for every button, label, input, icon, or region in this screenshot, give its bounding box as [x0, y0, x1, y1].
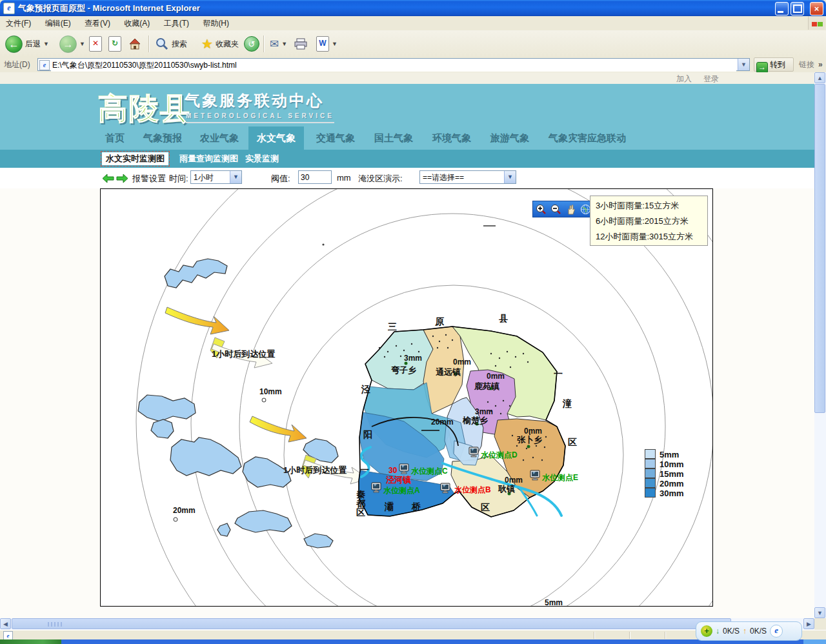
controls-row: 报警设置 时间: 1小时 ▼ 阀值: mm 淹没区演示: ==请选择== ▼	[0, 168, 814, 188]
upload-speed: 0K/S	[750, 627, 767, 636]
nav-tourism[interactable]: 旅游气象	[490, 126, 529, 150]
threshold-input[interactable]	[298, 170, 332, 184]
sub-nav: 水文实时监测图 雨量查询监测图 实景监测	[0, 150, 814, 168]
region-wanzi[interactable]	[365, 330, 433, 390]
nav-home[interactable]: 首页	[105, 126, 125, 150]
menu-favorites[interactable]: 收藏(A)	[118, 16, 156, 30]
address-input[interactable]	[51, 59, 736, 72]
hydrology-map[interactable]: 1小时后到达位置 1小时后到达位置	[101, 189, 712, 606]
minimize-button[interactable]	[775, 2, 789, 15]
outside-label: 阳	[363, 429, 372, 439]
nav-agriculture[interactable]: 农业气象	[200, 126, 239, 150]
toolbar-separator	[263, 35, 265, 52]
stop-button[interactable]: ✕	[89, 34, 102, 54]
ring-marker	[262, 398, 266, 402]
close-button[interactable]: ×	[810, 2, 823, 15]
legend-label: 5mm	[660, 450, 679, 459]
nav-weather-forecast[interactable]: 气象预报	[143, 126, 182, 150]
join-link[interactable]: 加入	[676, 74, 692, 85]
scroll-left-icon[interactable]: ◀	[0, 618, 11, 629]
horizontal-scroll-thumb[interactable]	[12, 618, 731, 629]
outside-label: 一	[554, 368, 563, 379]
subnav-live-monitor[interactable]: 实景监测	[245, 152, 279, 165]
refresh-button[interactable]: ↻	[108, 34, 121, 54]
search-button[interactable]: 搜索	[155, 34, 187, 54]
station-b-label: 水位测点B	[454, 485, 491, 494]
subnav-rain-query-map[interactable]: 雨量查询监测图	[179, 152, 238, 165]
toolbar-separator	[148, 35, 150, 52]
mail-dropdown-icon[interactable]: ▼	[281, 41, 287, 47]
rainfall-6h: 6小时面雨量:2015立方米	[596, 214, 702, 229]
zoom-out-icon[interactable]	[550, 204, 561, 215]
system-tray-edge	[803, 639, 826, 644]
scroll-right-icon[interactable]: ▶	[803, 618, 814, 629]
ring-label-5mm: 5mm	[545, 598, 563, 606]
flood-demo-select[interactable]: ==请选择== ▼	[419, 170, 516, 184]
next-arrow-button[interactable]	[116, 174, 128, 183]
map-panel[interactable]: 1小时后到达位置 1小时后到达位置	[100, 188, 713, 607]
address-dropdown-icon[interactable]: ▼	[738, 59, 749, 70]
label-zhangbu: 张卜乡	[517, 435, 542, 445]
links-chevron-icon[interactable]: »	[818, 57, 823, 72]
scroll-up-icon[interactable]: ▲	[814, 72, 825, 83]
horizontal-scrollbar[interactable]: ◀ ▶	[0, 618, 814, 630]
scroll-down-icon[interactable]: ▼	[814, 607, 825, 618]
forward-dropdown-icon[interactable]: ▼	[79, 41, 85, 47]
forward-icon: →	[59, 35, 77, 53]
print-icon	[294, 38, 308, 50]
subnav-realtime-map[interactable]: 水文实时监测图	[102, 152, 168, 165]
page-ie-icon: e	[39, 60, 50, 70]
nav-environment[interactable]: 环境气象	[432, 126, 471, 150]
flood-select-arrow-icon[interactable]: ▼	[504, 171, 516, 183]
main-nav: 首页 气象预报 农业气象 水文气象 交通气象 国土气象 环境气象 旅游气象 气象…	[0, 126, 814, 150]
maximize-button[interactable]	[791, 2, 804, 15]
user-bar: 加入 登录	[0, 72, 814, 84]
time-select[interactable]: 1小时 ▼	[190, 170, 242, 184]
upload-arrow-icon: ↑	[743, 627, 747, 636]
menu-edit[interactable]: 编辑(E)	[39, 16, 77, 30]
outside-label: 潼	[562, 398, 572, 408]
legend-label: 10mm	[660, 460, 684, 468]
nav-land[interactable]: 国土气象	[374, 126, 413, 150]
back-button[interactable]: ← 后退 ▼	[5, 34, 49, 54]
go-button[interactable]: →转到	[754, 57, 794, 72]
history-button[interactable]: ↺	[244, 34, 259, 54]
edit-dropdown-icon[interactable]: ▼	[332, 41, 337, 47]
edit-button[interactable]: W ▼	[316, 34, 337, 54]
rain-jinghe-alert: 30	[388, 466, 398, 475]
label-yuchu: 榆楚乡	[462, 416, 488, 425]
nav-traffic[interactable]: 交通气象	[316, 126, 355, 150]
pan-hand-icon[interactable]	[565, 204, 576, 215]
favorites-button[interactable]: ★ 收藏夹	[201, 34, 239, 54]
flood-demo-label: 淹没区演示:	[358, 173, 403, 185]
nav-hydrology-active[interactable]: 水文气象	[248, 126, 304, 150]
rainfall-legend: 5mm 10mm 15mm 20mm 30mm	[645, 449, 684, 498]
zoom-in-icon[interactable]	[536, 204, 547, 215]
menu-help[interactable]: 帮助(H)	[197, 16, 235, 30]
map-toolbar	[532, 201, 592, 217]
vertical-scrollbar[interactable]: ▲ ▼	[814, 72, 826, 618]
start-button-edge[interactable]	[0, 639, 61, 644]
site-logo-subtitle: METEOROLOGICAL SERVICE	[186, 112, 334, 123]
mail-button[interactable]: ✉ ▼	[270, 34, 287, 54]
menu-file[interactable]: 文件(F)	[0, 16, 37, 30]
outside-label: 灞	[384, 501, 394, 512]
home-button[interactable]	[128, 34, 142, 54]
back-dropdown-icon[interactable]: ▼	[43, 41, 49, 47]
time-select-arrow-icon[interactable]: ▼	[230, 171, 241, 183]
forward-button[interactable]: → ▼	[59, 34, 85, 54]
net-speed-widget[interactable]: + ↓ 0K/S ↑ 0K/S e	[696, 621, 802, 641]
safety-suite-icon: +	[701, 625, 712, 637]
favorites-label: 收藏夹	[216, 39, 239, 50]
contour-label: 20mm	[431, 418, 454, 427]
vertical-scroll-thumb[interactable]	[814, 84, 825, 413]
links-label[interactable]: 链接	[799, 57, 814, 72]
page-content: 加入 登录 高陵县 气象服务联动中心 METEOROLOGICAL SERVIC…	[0, 72, 814, 618]
login-link[interactable]: 登录	[703, 74, 719, 85]
prev-arrow-button[interactable]	[102, 174, 114, 183]
legend-label: 15mm	[660, 470, 684, 478]
print-button[interactable]	[294, 34, 308, 54]
menu-tools[interactable]: 工具(T)	[158, 16, 195, 30]
nav-disaster-emergency[interactable]: 气象灾害应急联动	[549, 126, 626, 150]
menu-view[interactable]: 查看(V)	[79, 16, 116, 30]
